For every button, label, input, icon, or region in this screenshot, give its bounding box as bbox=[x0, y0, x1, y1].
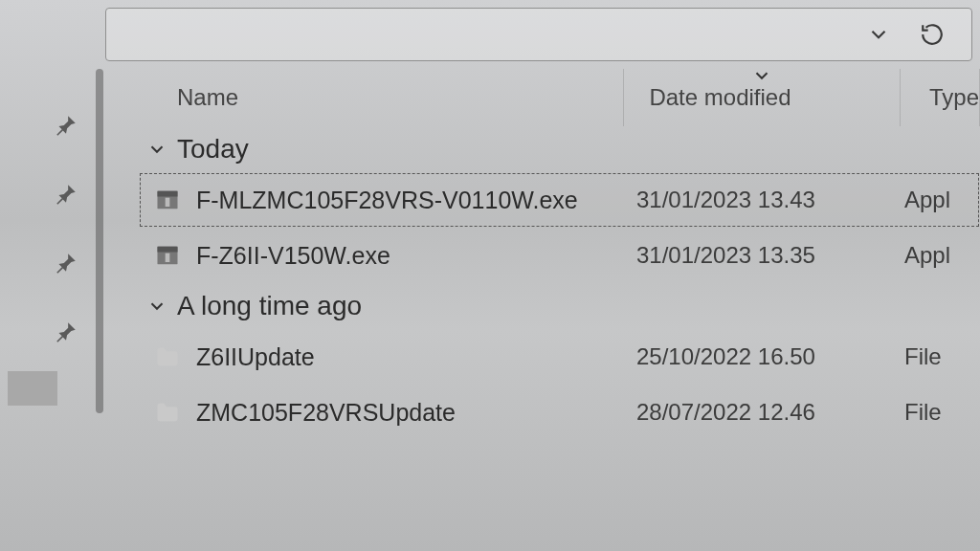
pin-icon bbox=[54, 113, 78, 138]
file-type: File bbox=[904, 343, 980, 370]
file-name: ZMC105F28VRSUpdate bbox=[196, 399, 456, 427]
folder-row[interactable]: Z6IIUpdate 25/10/2022 16.50 File bbox=[139, 329, 980, 385]
nav-gutter bbox=[0, 69, 105, 551]
quick-access-highlight[interactable] bbox=[8, 371, 57, 406]
address-bar[interactable] bbox=[105, 8, 972, 61]
svg-rect-5 bbox=[166, 253, 170, 262]
folder-icon bbox=[154, 399, 181, 426]
file-row[interactable]: F-MLZMC105F28VRS-V0110W.exe 31/01/2023 1… bbox=[139, 172, 980, 228]
group-header-long-ago[interactable]: A long time ago bbox=[139, 283, 980, 329]
archive-exe-icon bbox=[154, 242, 181, 269]
file-name: Z6IIUpdate bbox=[196, 343, 315, 371]
folder-icon bbox=[154, 343, 181, 370]
file-date: 31/01/2023 13.35 bbox=[627, 242, 904, 269]
svg-rect-1 bbox=[158, 191, 178, 197]
file-type: Appl bbox=[904, 242, 980, 269]
file-type: File bbox=[904, 399, 980, 426]
svg-rect-4 bbox=[158, 247, 178, 253]
sort-indicator-icon bbox=[751, 65, 772, 92]
column-header-row: Name Date modified Type bbox=[148, 69, 980, 126]
column-header-date[interactable]: Date modified bbox=[624, 69, 901, 126]
svg-rect-2 bbox=[166, 198, 170, 207]
folder-row[interactable]: ZMC105F28VRSUpdate 28/07/2022 12.46 File bbox=[139, 385, 980, 440]
history-dropdown-icon[interactable] bbox=[866, 22, 891, 47]
file-row[interactable]: F-Z6II-V150W.exe 31/01/2023 13.35 Appl bbox=[139, 228, 980, 283]
file-date: 25/10/2022 16.50 bbox=[627, 343, 904, 370]
column-type-label: Type bbox=[929, 84, 979, 111]
file-date: 31/01/2023 13.43 bbox=[627, 187, 904, 213]
file-name: F-MLZMC105F28VRS-V0110W.exe bbox=[196, 187, 578, 214]
file-type: Appl bbox=[904, 187, 980, 213]
group-label: Today bbox=[177, 134, 249, 165]
refresh-icon[interactable] bbox=[920, 22, 945, 47]
pin-icon bbox=[54, 182, 78, 207]
column-header-type[interactable]: Type bbox=[901, 69, 980, 126]
chevron-down-icon bbox=[146, 296, 167, 317]
pin-icon bbox=[54, 251, 78, 276]
pin-icon bbox=[54, 320, 78, 344]
group-label: A long time ago bbox=[177, 291, 362, 321]
file-name: F-Z6II-V150W.exe bbox=[196, 242, 390, 270]
archive-exe-icon bbox=[154, 187, 181, 213]
file-date: 28/07/2022 12.46 bbox=[627, 399, 904, 426]
group-header-today[interactable]: Today bbox=[139, 126, 980, 172]
file-listing: Today F-MLZMC105F28VRS-V0110W.exe 31/01/… bbox=[139, 126, 980, 551]
nav-scrollbar[interactable] bbox=[96, 69, 103, 413]
column-header-name[interactable]: Name bbox=[148, 69, 624, 126]
column-name-label: Name bbox=[177, 84, 238, 111]
chevron-down-icon bbox=[146, 139, 167, 160]
